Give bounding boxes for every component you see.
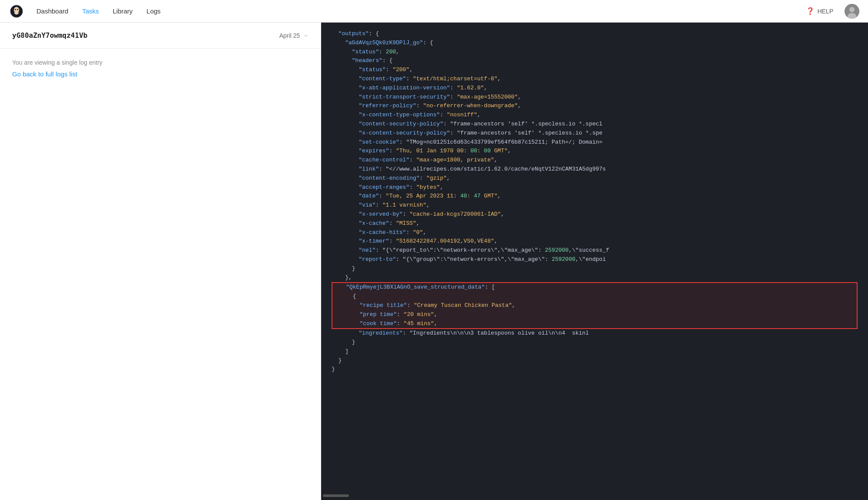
code-line: } bbox=[332, 365, 858, 374]
nav-library[interactable]: Library bbox=[108, 5, 138, 17]
code-line: "referrer-policy": "no-referrer-when-dow… bbox=[332, 102, 858, 111]
highlighted-code-block: "QkEpRmyejL3BXlAGnO_save_structured_data… bbox=[332, 282, 858, 329]
log-date: April 25 → bbox=[279, 32, 309, 39]
code-line: } bbox=[332, 356, 858, 365]
code-line: "status": "200", bbox=[332, 66, 858, 75]
code-line: ] bbox=[332, 347, 858, 356]
code-line: "link": "<//www.allrecipes.com/static/1.… bbox=[332, 165, 858, 174]
code-line: "prep time": "20 mins", bbox=[332, 310, 857, 319]
code-line: "content-type": "text/html;charset=utf-8… bbox=[332, 75, 858, 84]
code-line: "set-cookie": "TMog=nc01251c6d63c433799e… bbox=[332, 138, 858, 147]
code-line: "x-cache": "MISS", bbox=[332, 219, 858, 228]
svg-point-3 bbox=[17, 9, 18, 10]
code-line: "accept-ranges": "bytes", bbox=[332, 183, 858, 192]
code-line: "x-content-type-options": "nosniff", bbox=[332, 111, 858, 120]
code-line: "status": 200, bbox=[332, 48, 858, 57]
code-line: "x-content-security-policy": "frame-ance… bbox=[332, 129, 858, 138]
code-line: "x-timer": "S1682422847.004192,VS0,VE48"… bbox=[332, 237, 858, 246]
code-line: "aGdAVqz5Qk0zK9DPlJ_go": { bbox=[332, 39, 858, 48]
code-line: "date": "Tue, 25 Apr 2023 11: 40: 47 GMT… bbox=[332, 192, 858, 201]
code-line: }, bbox=[332, 273, 858, 283]
nav-dashboard[interactable]: Dashboard bbox=[31, 5, 73, 17]
code-line: "strict-transport-security": "max-age=15… bbox=[332, 93, 858, 102]
help-button[interactable]: ❓ HELP bbox=[802, 4, 838, 18]
code-line: "via": "1.1 varnish", bbox=[332, 201, 858, 210]
back-to-logs-link[interactable]: Go back to full logs list bbox=[12, 70, 77, 78]
app-logo[interactable] bbox=[9, 3, 24, 19]
svg-point-5 bbox=[849, 7, 855, 12]
code-line: "cache-control": "max-age=1800, private"… bbox=[332, 156, 858, 165]
log-header: yG80aZnY7owmqz41Vb April 25 → bbox=[0, 23, 321, 49]
code-line: } bbox=[332, 264, 858, 273]
svg-point-2 bbox=[15, 9, 16, 10]
log-date-arrow: → bbox=[302, 32, 309, 39]
single-entry-notice: You are viewing a single log entry bbox=[12, 59, 309, 66]
code-line: "cook time": "45 mins", bbox=[332, 319, 857, 329]
code-line: { bbox=[332, 292, 857, 301]
code-line: "report-to": "{\"group\":\"network-error… bbox=[332, 255, 858, 264]
log-body: You are viewing a single log entry Go ba… bbox=[0, 49, 321, 89]
navbar: Dashboard Tasks Library Logs ❓ HELP bbox=[0, 0, 868, 23]
help-label: HELP bbox=[817, 8, 833, 15]
code-line: "QkEpRmyejL3BXlAGnO_save_structured_data… bbox=[332, 283, 857, 292]
code-viewer: "outputs": { "aGdAVqz5Qk0zK9DPlJ_go": { … bbox=[321, 23, 868, 381]
code-line: "x-cache-hits": "0", bbox=[332, 228, 858, 237]
navbar-right: ❓ HELP bbox=[802, 4, 859, 19]
code-line: "content-security-policy": "frame-ancest… bbox=[332, 120, 858, 129]
code-line: "content-encoding": "gzip", bbox=[332, 174, 858, 183]
code-line: "expires": "Thu, 01 Jan 1970 00: 00: 00 … bbox=[332, 147, 858, 156]
right-panel[interactable]: "outputs": { "aGdAVqz5Qk0zK9DPlJ_go": { … bbox=[321, 23, 868, 500]
code-line: "outputs": { bbox=[332, 30, 858, 39]
code-line: "x-abt-application-version": "1.62.0", bbox=[332, 84, 858, 93]
main-container: yG80aZnY7owmqz41Vb April 25 → You are vi… bbox=[0, 23, 868, 500]
nav-tasks[interactable]: Tasks bbox=[77, 5, 104, 17]
code-line: "x-served-by": "cache-iad-kcgs7200061-IA… bbox=[332, 210, 858, 219]
log-date-text: April 25 bbox=[279, 32, 300, 39]
code-line: "ingredients": "Ingredients\n\n\n3 table… bbox=[332, 329, 858, 338]
code-line: "recipe title": "Creamy Tuscan Chicken P… bbox=[332, 301, 857, 310]
log-id: yG80aZnY7owmqz41Vb bbox=[12, 31, 87, 39]
svg-point-1 bbox=[14, 7, 19, 13]
scrollbar-thumb[interactable] bbox=[323, 494, 349, 497]
user-avatar[interactable] bbox=[845, 4, 859, 19]
code-line: } bbox=[332, 338, 858, 347]
scrollbar-track[interactable] bbox=[321, 494, 868, 497]
help-icon: ❓ bbox=[806, 7, 815, 15]
nav-logs[interactable]: Logs bbox=[141, 5, 166, 17]
nav-menu: Dashboard Tasks Library Logs bbox=[31, 5, 802, 17]
code-line: "nel": "{\"report_to\":\"network-errors\… bbox=[332, 246, 858, 255]
left-panel: yG80aZnY7owmqz41Vb April 25 → You are vi… bbox=[0, 23, 321, 500]
code-line: "headers": { bbox=[332, 56, 858, 66]
